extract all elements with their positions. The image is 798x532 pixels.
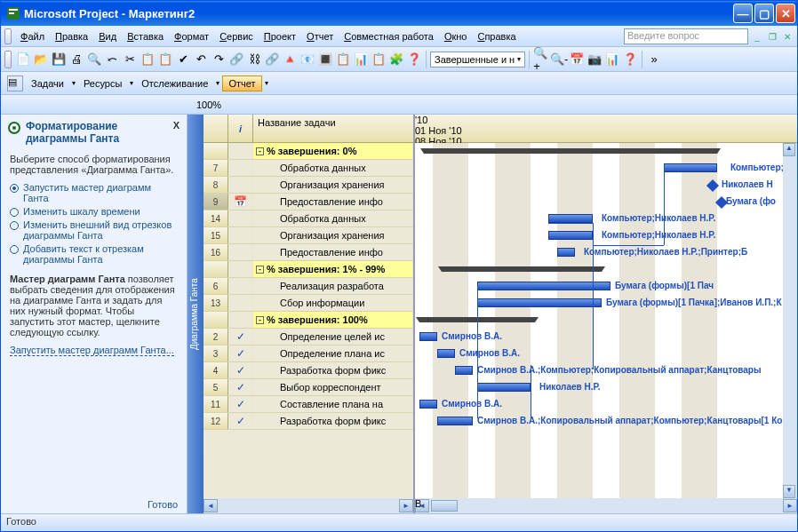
row-header[interactable]: 15 [203,227,228,243]
pane-close[interactable]: X [173,120,180,131]
view-dropdown[interactable]: ▾ [262,79,271,87]
task-bar[interactable] [477,282,610,290]
toolbar-button[interactable]: 💾 [51,52,67,67]
task-name-cell[interactable]: Обработка данных [253,210,413,226]
row-header[interactable] [203,312,228,328]
task-name-cell[interactable]: Предоставление инфо [253,194,413,210]
toolbar-button[interactable]: 📋 [140,52,156,67]
task-bar[interactable] [419,400,437,409]
indicators-column-header[interactable]: i [228,115,253,142]
radio-button[interactable] [10,221,19,230]
toolbar-button[interactable]: 🔗 [264,52,280,67]
task-name-cell[interactable]: Выбор корреспондент [253,379,413,395]
row-header[interactable]: 5 [203,379,228,395]
menu-Вставка[interactable]: Вставка [122,29,169,44]
grid-hscroll[interactable]: ◄► [203,498,413,513]
toolbar-button[interactable]: ⤺ [104,52,120,67]
menu-Справка[interactable]: Справка [472,29,521,44]
grid-select-all[interactable] [203,115,228,142]
toolbar-button[interactable]: 📂 [33,52,49,67]
row-header[interactable]: 13 [203,295,228,311]
menubar-grip[interactable] [4,28,12,44]
row-header[interactable] [203,143,228,159]
minimize-button[interactable]: — [733,4,753,23]
row-header[interactable]: 8 [203,177,228,193]
group-row[interactable]: -% завершения: 0% [253,143,413,159]
radio-option[interactable]: Добавить текст к отрезкам диаграммы Гант… [10,243,178,265]
task-bar[interactable] [477,383,531,392]
menu-Сервис[interactable]: Сервис [214,29,259,44]
task-name-cell[interactable]: Организация хранения [253,227,413,243]
task-name-cell[interactable]: Реализация разработа [253,278,413,294]
task-bar[interactable] [548,214,593,223]
task-name-cell[interactable]: Составление плана на [253,396,413,412]
task-bar[interactable] [664,163,717,172]
view-dropdown[interactable]: ▾ [127,79,136,87]
toolbar-button[interactable]: 🔗 [228,52,244,67]
zoom-button[interactable]: 🔍- [551,52,567,67]
task-bar[interactable] [419,332,437,341]
close-button[interactable]: ✕ [776,4,795,23]
task-name-cell[interactable]: Сбор информации [253,295,413,311]
radio-option[interactable]: Изменить шкалу времени [10,206,178,217]
radio-button[interactable] [10,245,19,254]
toolbar-button[interactable]: 🔺 [282,52,298,67]
view-Отслеживание[interactable]: Отслеживание [136,76,213,91]
row-header[interactable]: 3 [203,345,228,361]
row-header[interactable]: 9 [203,194,228,210]
pane-ready-link[interactable]: Готово [1,496,187,513]
row-header[interactable] [203,261,228,277]
toolbar-button[interactable]: 🧩 [388,52,404,67]
view-tab-gantt[interactable]: Диаграмма Ганта [188,115,203,513]
maximize-button[interactable]: ▢ [754,4,774,23]
toolbar-button[interactable]: 🔍 [86,52,102,67]
gantt-vscroll[interactable]: ▲ ▼ [783,143,797,498]
menu-Окно[interactable]: Окно [439,29,473,44]
task-name-cell[interactable]: Обработка данных [253,160,413,176]
view-Отчет[interactable]: Отчет [222,75,261,91]
radio-button[interactable] [10,208,19,217]
task-bar[interactable] [455,366,473,375]
summary-bar[interactable] [442,266,602,272]
menu-Формат[interactable]: Формат [169,29,214,44]
menu-Вид[interactable]: Вид [93,29,122,44]
view-Задачи[interactable]: Задачи [26,76,69,91]
zoom-button[interactable]: ❓ [622,52,638,67]
task-bar[interactable] [437,417,473,425]
zoom-button[interactable]: 📅 [569,52,585,67]
view-dropdown[interactable]: ▾ [69,79,78,87]
task-name-cell[interactable]: Организация хранения [253,177,413,193]
toolbar-button[interactable]: 📊 [353,52,369,67]
menu-Проект[interactable]: Проект [259,29,301,44]
row-header[interactable]: 11 [203,396,228,412]
toolbar-button[interactable]: 📋 [157,52,173,67]
task-name-cell[interactable]: Предоставление инфо [253,244,413,260]
task-name-column-header[interactable]: Название задачи [253,115,413,142]
toolbar-button[interactable]: ⛓ [246,52,262,67]
toolbar-button[interactable]: 📋 [371,52,387,67]
view-Ресурсы[interactable]: Ресурсы [78,76,127,91]
menu-Совместная работа[interactable]: Совместная работа [339,29,439,44]
menu-Отчет[interactable]: Отчет [301,29,339,44]
toolbar-button[interactable]: 📋 [335,52,351,67]
task-bar[interactable] [437,349,455,358]
row-header[interactable]: 7 [203,160,228,176]
task-pane-toggle[interactable]: ▤ [7,75,23,91]
radio-option[interactable]: Изменить внешний вид отрезков диаграммы … [10,219,178,241]
timescale-header[interactable]: '1001 Ноя '1008 Ноя '1015 Ноя '1022 Ноя … [415,115,797,143]
help-search-input[interactable]: Введите вопрос [624,28,748,44]
toolbar-button[interactable]: 📧 [299,52,315,67]
toolbar-overflow[interactable]: » [646,52,662,67]
toolbar-button[interactable]: ✔ [175,52,191,67]
row-header[interactable]: 6 [203,278,228,294]
task-name-cell[interactable]: Определение целей ис [253,329,413,345]
toolbar-button[interactable]: ↶ [193,52,209,67]
menu-Правка[interactable]: Правка [50,29,93,44]
task-bar[interactable] [557,248,575,257]
wizard-launch-link[interactable]: Запустить мастер диаграмм Ганта... [10,345,174,356]
summary-bar[interactable] [424,148,717,154]
toolbar-button[interactable]: 🔳 [317,52,333,67]
toolbar-grip[interactable] [4,51,12,68]
toolbar-button[interactable]: ❓ [406,52,422,67]
toolbar-button[interactable]: ↷ [211,52,227,67]
